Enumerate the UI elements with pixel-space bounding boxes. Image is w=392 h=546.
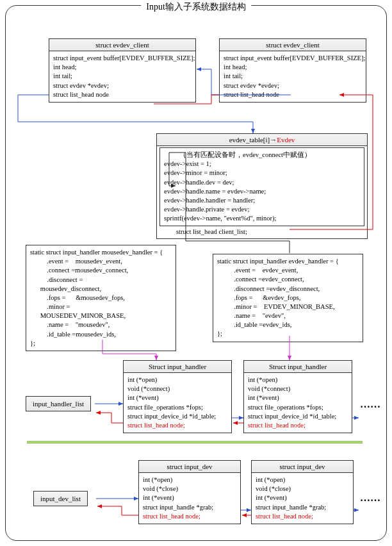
evdev-header-prefix: evdev_table[i]→ [229,136,277,144]
input-handler-box-right: Struct input_handler int (*open) void (*… [243,360,352,433]
evdev-assign-box: （当有匹配设备时，evdev_connect中赋值） evdev->exist … [159,147,364,226]
input-handler-box-left: Struct input_handler int (*open) void (*… [123,360,232,433]
input-dev-body: int (*open) void (*close) int (*event) s… [139,473,240,524]
diagram-title: Input输入子系统数据结构 [141,1,251,13]
input-dev-box-right: struct input_dev int (*open) void (*clos… [251,460,354,524]
evdev-header-red: Evdev [277,136,295,144]
input-handler-header: Struct input_handler [124,361,231,373]
evdev-client-box-left: struct evdev_client struct input_event b… [49,38,196,103]
ellipsis: …… [360,399,380,410]
evdev-client-body: struct input_event buffer[EVDEV_BUFFER_S… [49,51,195,102]
mousedev-handler-body: static struct input_handler mousedev_han… [26,245,176,351]
evdev-client-body: struct input_event buffer[EVDEV_BUFFER_S… [220,51,366,102]
input-dev-header: struct input_dev [139,461,240,473]
input-handler-body: int (*open) void (*connect) int (*event)… [244,373,352,433]
evdev-table-header: evdev_table[i]→Evdev [157,134,367,146]
evdev-handler-body: static struct input_handler evdev_handle… [213,254,363,342]
evdev-client-box-right: struct evdev_client struct input_event b… [219,38,366,103]
mousedev-handler-box: static struct input_handler mousedev_han… [26,245,176,351]
evdev-note: （当有匹配设备时，evdev_connect中赋值） [164,151,360,160]
evdev-assigns: evdev->exist = 1; evdev->minor = minor; … [164,160,360,223]
input-handler-body: int (*open) void (*connect) int (*event)… [124,373,231,433]
ellipsis: …… [360,492,380,504]
evdev-client-header: struct evdev_client [49,39,195,51]
input-handler-header: Struct input_handler [244,361,352,373]
section-divider [27,441,363,443]
evdev-handler-box: static struct input_handler evdev_handle… [213,254,363,342]
evdev-table-box: evdev_table[i]→Evdev （当有匹配设备时，evdev_conn… [156,133,368,239]
input-handler-list-label: input_handler_list [26,396,91,411]
input-dev-header: struct input_dev [252,461,353,473]
evdev-client-header: struct evdev_client [220,39,366,51]
input-dev-box-left: struct input_dev int (*open) void (*clos… [138,460,241,524]
evdev-client-list: struct list_head client_list; [157,226,367,238]
input-dev-body: int (*open) void (*close) int (*event) s… [252,473,353,524]
input-dev-list-label: input_dev_list [33,491,88,506]
